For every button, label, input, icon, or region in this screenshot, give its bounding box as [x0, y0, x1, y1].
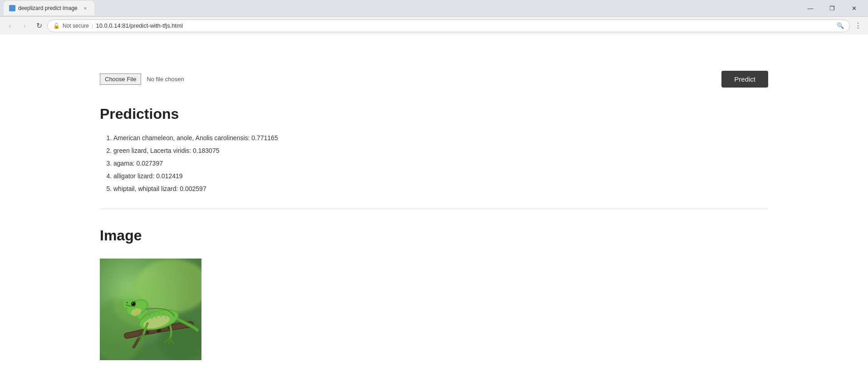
security-icon: 🔓 [53, 23, 60, 29]
list-item: green lizard, Lacerta viridis: 0.183075 [113, 144, 768, 157]
svg-point-22 [163, 313, 164, 315]
list-item: whiptail, whiptail lizard: 0.002597 [113, 182, 768, 195]
browser-chrome: deeplizard predict image × — ❐ ✕ ‹ › ↻ 🔓… [0, 0, 868, 34]
minimize-button[interactable]: — [800, 0, 821, 16]
list-item: alligator lizard: 0.012419 [113, 170, 768, 182]
image-section-title: Image [100, 227, 768, 244]
svg-point-20 [154, 313, 155, 315]
window-controls: — ❐ ✕ [800, 0, 864, 16]
predictions-section: Predictions American chameleon, anole, A… [100, 106, 768, 209]
svg-point-7 [146, 331, 149, 334]
address-bar: ‹ › ↻ 🔓 Not secure | 10.0.0.14:81/predic… [0, 16, 868, 34]
tab-close-button[interactable]: × [82, 5, 89, 12]
url-separator: | [92, 22, 93, 29]
list-item: agama: 0.027397 [113, 157, 768, 170]
file-input-area: Choose File No file chosen Predict [100, 71, 768, 88]
svg-point-23 [152, 318, 153, 319]
list-item: American chameleon, anole, Anolis caroli… [113, 132, 768, 144]
security-text: Not secure [63, 23, 89, 29]
tab-favicon [9, 5, 15, 11]
restore-button[interactable]: ❐ [822, 0, 843, 16]
reload-button[interactable]: ↻ [33, 20, 45, 32]
url-search-icon: 🔍 [837, 22, 844, 29]
svg-point-25 [161, 316, 162, 318]
predictions-list: American chameleon, anole, Anolis caroli… [100, 132, 768, 195]
lizard-image [100, 259, 201, 360]
no-file-label: No file chosen [147, 76, 184, 83]
tab-bar: deeplizard predict image × — ❐ ✕ [0, 0, 868, 16]
url-bar[interactable]: 🔓 Not secure | 10.0.0.14:81/predict-with… [47, 20, 850, 32]
svg-point-27 [127, 302, 128, 303]
tab-title: deeplizard predict image [18, 5, 79, 11]
image-section: Image [100, 227, 768, 362]
svg-point-24 [156, 317, 157, 318]
page-content: Choose File No file chosen Predict Predi… [0, 34, 868, 386]
back-button[interactable]: ‹ [4, 20, 16, 32]
choose-file-button[interactable]: Choose File [100, 73, 141, 85]
svg-point-21 [158, 313, 160, 314]
predictions-title: Predictions [100, 106, 768, 122]
svg-point-26 [165, 317, 167, 318]
active-tab[interactable]: deeplizard predict image × [4, 1, 94, 15]
svg-point-17 [132, 303, 133, 304]
forward-button[interactable]: › [18, 20, 31, 32]
svg-point-19 [149, 315, 151, 316]
browser-menu-button[interactable]: ⋮ [852, 20, 864, 32]
predict-button[interactable]: Predict [721, 71, 768, 88]
url-text: 10.0.0.14:81/predict-with-tfjs.html [96, 22, 182, 29]
close-button[interactable]: ✕ [843, 0, 864, 16]
